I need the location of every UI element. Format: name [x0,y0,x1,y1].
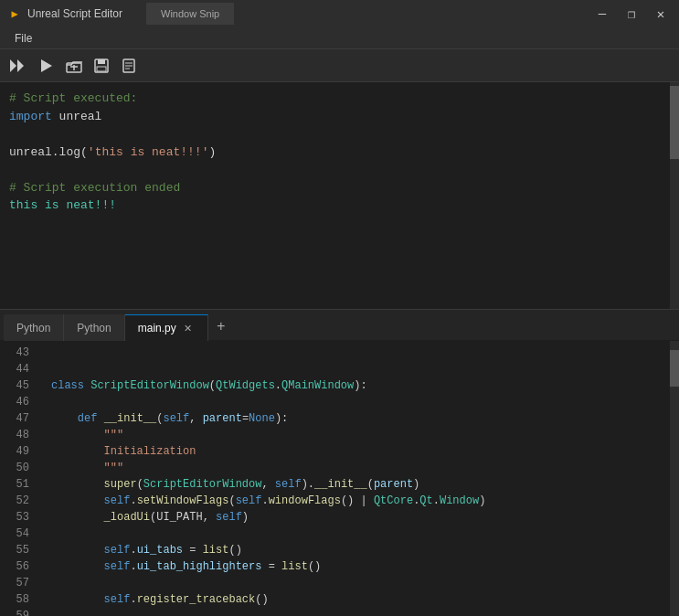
output-line-6: # Script execution ended [9,179,670,197]
tab-main-py[interactable]: main.py ✕ [125,314,208,341]
line-num-56: 56 [0,558,35,575]
code-line-48: """ [51,427,679,443]
line-num-54: 54 [0,526,35,542]
line-numbers: 43 44 45 46 47 48 49 50 51 52 53 54 55 5… [0,341,42,616]
line-num-46: 46 [0,394,35,410]
line-num-49: 49 [0,443,35,460]
title-bar: ▶ Unreal Script Editor Window Snip — ❐ ✕ [0,0,679,27]
new-script-button[interactable] [117,54,141,78]
code-line-59 [51,608,679,616]
line-num-53: 53 [0,509,35,526]
output-panel: # Script executed: import unreal unreal.… [0,82,679,309]
run-button[interactable] [35,54,58,78]
code-line-53: _loadUi(UI_PATH, self) [51,509,679,526]
app-icon: ▶ [7,6,22,21]
output-line-5 [9,161,670,179]
window-snip-tab[interactable]: Window Snip [146,3,234,25]
svg-marker-0 [10,59,16,72]
line-num-51: 51 [0,476,35,493]
tab-python-2-label: Python [77,322,111,335]
add-tab-button[interactable]: + [208,313,234,340]
code-line-51: super(ScriptEditorWindow, self).__init__… [51,476,679,493]
close-button[interactable]: ✕ [650,3,672,25]
output-content[interactable]: # Script executed: import unreal unreal.… [0,82,679,309]
line-num-48: 48 [0,427,35,443]
code-line-45: class ScriptEditorWindow(QtWidgets.QMain… [51,377,679,394]
output-scrollbar-thumb[interactable] [670,86,679,159]
code-line-43 [51,345,679,361]
open-script-button[interactable] [62,54,86,78]
line-num-50: 50 [0,460,35,476]
maximize-button[interactable]: ❐ [621,3,642,25]
save-script-button[interactable] [90,54,113,78]
line-num-59: 59 [0,608,35,616]
tab-python-2[interactable]: Python [64,314,124,341]
minimize-button[interactable]: — [591,3,613,25]
toolbar [0,49,679,82]
tab-python-1-label: Python [16,322,50,335]
output-line-7: this is neat!!! [9,196,670,215]
code-scrollbar-thumb[interactable] [670,350,679,387]
code-scrollbar[interactable] [670,341,679,616]
code-panel: 43 44 45 46 47 48 49 50 51 52 53 54 55 5… [0,341,679,616]
code-line-44 [51,361,679,377]
code-line-49: Initialization [51,443,679,460]
code-line-52: self.setWindowFlags(self.windowFlags() |… [51,493,679,509]
title-controls: — ❐ ✕ [591,3,672,25]
line-num-47: 47 [0,410,35,427]
svg-marker-2 [41,59,52,72]
tab-main-py-close[interactable]: ✕ [182,322,195,335]
run-all-button[interactable] [7,54,31,78]
line-num-52: 52 [0,493,35,509]
line-num-58: 58 [0,591,35,608]
menu-bar: File [0,27,679,49]
file-menu[interactable]: File [7,30,39,47]
output-line-2: import unreal [9,108,670,126]
code-content[interactable]: 43 44 45 46 47 48 49 50 51 52 53 54 55 5… [0,341,679,616]
svg-rect-7 [98,59,105,64]
line-num-45: 45 [0,377,35,394]
tab-python-1[interactable]: Python [4,314,64,341]
code-line-57 [51,575,679,591]
title-bar-text: Unreal Script Editor [27,7,591,20]
line-num-43: 43 [0,345,35,361]
svg-marker-1 [17,59,24,72]
line-num-57: 57 [0,575,35,591]
code-line-55: self.ui_tabs = list() [51,542,679,558]
output-line-1: # Script executed: [9,90,670,108]
code-line-47: def __init__(self, parent=None): [51,410,679,427]
output-line-4: unreal.log('this is neat!!!') [9,143,670,162]
output-line-3 [9,125,670,143]
line-num-44: 44 [0,361,35,377]
output-scrollbar[interactable] [670,82,679,309]
tab-bar: Python Python main.py ✕ + [0,309,679,341]
code-line-56: self.ui_tab_highlighters = list() [51,558,679,575]
svg-rect-8 [97,67,106,71]
code-line-54 [51,526,679,542]
code-line-58: self.register_traceback() [51,591,679,608]
line-num-55: 55 [0,542,35,558]
code-line-50: """ [51,460,679,476]
title-bar-tabs: Window Snip [146,0,234,27]
code-line-46 [51,394,679,410]
code-text[interactable]: class ScriptEditorWindow(QtWidgets.QMain… [42,341,679,616]
tab-main-py-label: main.py [138,322,176,335]
